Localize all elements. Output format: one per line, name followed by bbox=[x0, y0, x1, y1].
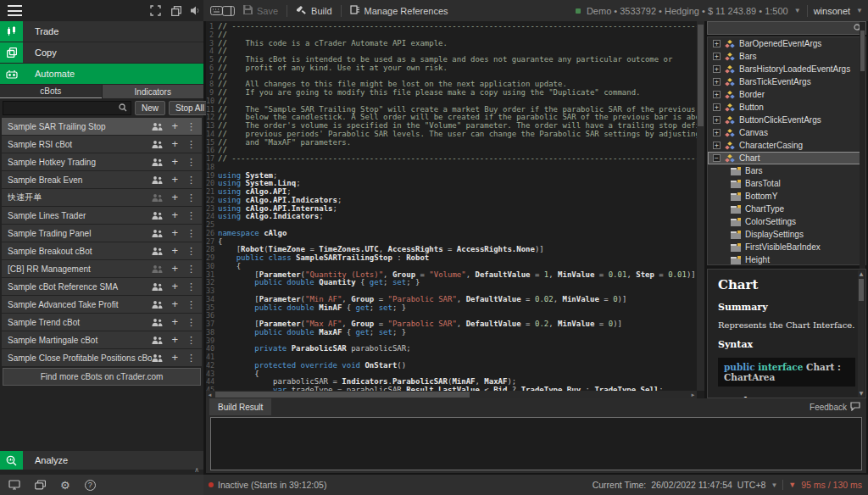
cbot-search-field[interactable] bbox=[3, 101, 131, 115]
add-instance-button[interactable]: + bbox=[171, 140, 178, 148]
api-tree-item[interactable]: −Chart bbox=[708, 152, 865, 164]
chevron-down-icon[interactable]: ▼ bbox=[794, 7, 801, 14]
build-button[interactable]: Build bbox=[287, 0, 340, 21]
more-options-button[interactable]: ⋮ bbox=[186, 175, 196, 186]
timezone-selector[interactable]: UTC+8 bbox=[737, 480, 766, 490]
api-tree-item[interactable]: +Canvas bbox=[708, 126, 865, 139]
more-options-button[interactable]: ⋮ bbox=[186, 317, 196, 328]
add-instance-button[interactable]: + bbox=[171, 122, 178, 131]
cbot-row[interactable]: Sample Break Even+⋮ bbox=[2, 171, 202, 188]
panel-layout-icon[interactable] bbox=[222, 4, 235, 17]
instances-icon[interactable] bbox=[152, 336, 163, 344]
save-button[interactable]: Save bbox=[235, 0, 287, 21]
scrollbar-thumb[interactable] bbox=[215, 392, 470, 398]
expand-icon[interactable]: + bbox=[713, 103, 721, 111]
instances-icon[interactable] bbox=[152, 159, 163, 166]
instances-icon[interactable] bbox=[152, 319, 163, 326]
expand-icon[interactable]: + bbox=[713, 40, 721, 47]
cbot-row[interactable]: Sample Trading Panel+⋮ bbox=[2, 225, 202, 242]
add-instance-button[interactable]: + bbox=[171, 336, 178, 344]
cbot-row[interactable]: Sample RSI cBot+⋮ bbox=[2, 136, 202, 153]
cbot-row[interactable]: Sample Advanced Take Profit+⋮ bbox=[2, 296, 202, 313]
fullscreen-icon[interactable] bbox=[149, 4, 162, 17]
sidebar-item-automate[interactable]: Automate bbox=[0, 64, 203, 84]
more-options-button[interactable]: ⋮ bbox=[186, 353, 196, 364]
add-instance-button[interactable]: + bbox=[171, 264, 178, 273]
more-options-button[interactable]: ⋮ bbox=[186, 121, 196, 132]
sidebar-item-analyze[interactable]: Analyze bbox=[0, 451, 203, 470]
instances-icon[interactable] bbox=[152, 212, 163, 220]
api-tree-item[interactable]: ChartType bbox=[708, 203, 865, 215]
cbot-row[interactable]: Sample Breakout cBot+⋮ bbox=[2, 242, 202, 259]
add-instance-button[interactable]: + bbox=[171, 158, 178, 166]
tab-cbots[interactable]: cBots bbox=[0, 85, 102, 98]
add-instance-button[interactable]: + bbox=[171, 318, 178, 326]
scroll-left-icon[interactable]: ◄ bbox=[206, 392, 214, 398]
chevron-up-icon[interactable]: ∧ bbox=[194, 466, 199, 474]
cbot-search-input[interactable] bbox=[7, 103, 119, 113]
api-tree-item[interactable]: +ButtonClickEventArgs bbox=[708, 114, 865, 126]
scroll-up-icon[interactable]: ▲ bbox=[860, 270, 864, 277]
instances-icon[interactable] bbox=[152, 194, 163, 202]
add-instance-button[interactable]: + bbox=[171, 211, 178, 220]
feedback-button[interactable]: Feedback bbox=[810, 402, 860, 413]
menu-icon[interactable] bbox=[8, 5, 22, 16]
instances-icon[interactable] bbox=[152, 141, 163, 148]
cbot-row[interactable]: Sample Martingale cBot+⋮ bbox=[2, 331, 202, 348]
chevron-down-icon[interactable]: ▼ bbox=[771, 481, 777, 489]
account-menu[interactable]: winsonet bbox=[814, 6, 850, 16]
keyboard-icon[interactable] bbox=[210, 4, 223, 17]
api-tree-item[interactable]: +BarsHistoryLoadedEventArgs bbox=[708, 63, 865, 75]
instances-icon[interactable] bbox=[152, 230, 163, 237]
sidebar-item-trade[interactable]: Trade bbox=[0, 21, 203, 42]
editor-vertical-scrollbar[interactable] bbox=[697, 21, 704, 391]
api-tree-item[interactable]: DisplaySettings bbox=[708, 228, 865, 241]
more-options-button[interactable]: ⋮ bbox=[186, 299, 196, 310]
scrollbar-thumb[interactable] bbox=[860, 31, 865, 71]
expand-icon[interactable]: + bbox=[713, 142, 721, 149]
more-options-button[interactable]: ⋮ bbox=[186, 210, 196, 221]
api-search-input[interactable] bbox=[711, 24, 854, 33]
help-icon[interactable]: ? bbox=[85, 480, 96, 491]
api-tree-item[interactable]: Bars bbox=[708, 164, 865, 177]
code-editor[interactable]: 1// ------------------------------------… bbox=[206, 21, 704, 398]
add-instance-button[interactable]: + bbox=[171, 282, 178, 291]
expand-icon[interactable]: + bbox=[713, 53, 721, 60]
sidebar-item-copy[interactable]: Copy bbox=[0, 42, 203, 63]
more-options-button[interactable]: ⋮ bbox=[186, 281, 196, 292]
api-tree-item[interactable]: ColorSettings bbox=[708, 215, 865, 228]
windows-icon[interactable] bbox=[35, 480, 46, 490]
instances-icon[interactable] bbox=[152, 283, 163, 291]
add-instance-button[interactable]: + bbox=[171, 229, 178, 237]
tab-indicators[interactable]: Indicators bbox=[103, 85, 204, 98]
cbot-row[interactable]: [CB] RR Management+⋮ bbox=[2, 260, 202, 277]
cbot-row[interactable]: Sample Lines Trader+⋮ bbox=[2, 207, 202, 224]
api-tree-item[interactable]: Height bbox=[708, 253, 865, 265]
cbot-row[interactable]: Sample Trend cBot+⋮ bbox=[2, 314, 202, 331]
cbot-row[interactable]: 快速开单+⋮ bbox=[2, 189, 202, 206]
tab-build-result[interactable]: Build Result bbox=[209, 398, 271, 415]
cbot-row[interactable]: Sample Hotkey Trading+⋮ bbox=[2, 153, 202, 170]
instances-icon[interactable] bbox=[152, 301, 163, 309]
doc-scrollbar[interactable]: ▲ ▼ bbox=[858, 270, 865, 397]
expand-icon[interactable]: + bbox=[713, 116, 721, 124]
expand-icon[interactable]: + bbox=[713, 78, 721, 86]
sound-icon[interactable] bbox=[190, 4, 203, 17]
instances-icon[interactable] bbox=[152, 176, 163, 184]
more-options-button[interactable]: ⋮ bbox=[186, 246, 196, 257]
account-summary[interactable]: Demo • 3533792 • Hedging • $ 11 243.89 •… bbox=[587, 6, 788, 16]
instances-icon[interactable] bbox=[152, 123, 163, 131]
add-instance-button[interactable]: + bbox=[171, 193, 178, 202]
api-tree-item[interactable]: +BarOpenedEventArgs bbox=[708, 37, 865, 50]
more-options-button[interactable]: ⋮ bbox=[186, 157, 196, 168]
chevron-down-icon[interactable]: ▼ bbox=[856, 7, 863, 14]
more-options-button[interactable]: ⋮ bbox=[186, 192, 196, 203]
collapse-icon[interactable]: − bbox=[713, 154, 721, 162]
add-instance-button[interactable]: + bbox=[171, 175, 178, 184]
api-tree-item[interactable]: BottomY bbox=[708, 190, 865, 203]
api-tree-item[interactable]: +CharacterCasing bbox=[708, 139, 865, 152]
cbot-row[interactable]: Sample SAR Trailing Stop+⋮ bbox=[2, 118, 202, 135]
expand-icon[interactable]: + bbox=[713, 65, 721, 73]
cbot-row[interactable]: Sample cBot Reference SMA+⋮ bbox=[2, 278, 202, 295]
settings-gear-icon[interactable]: ⚙ bbox=[60, 480, 70, 491]
